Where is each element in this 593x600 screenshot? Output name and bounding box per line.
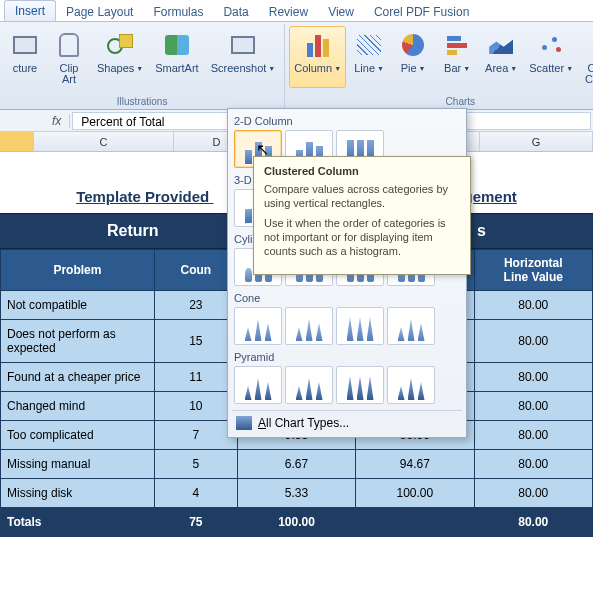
bar-chart-button[interactable]: Bar▼ — [436, 26, 478, 88]
all-chart-types[interactable]: All Chart Types... — [232, 410, 462, 435]
cell-hlv[interactable]: 80.00 — [474, 320, 592, 363]
all-chart-types-label: ll Chart Types... — [266, 416, 349, 430]
totals-row: Totals 75 100.00 80.00 — [1, 508, 593, 537]
ribbon: cture Clip Art Shapes▼ SmartArt Screensh… — [0, 22, 593, 110]
cell-problem[interactable]: Missing manual — [1, 450, 155, 479]
tab-review[interactable]: Review — [259, 2, 318, 21]
smartart-button[interactable]: SmartArt — [150, 26, 203, 88]
clustered-cone[interactable] — [234, 307, 282, 345]
cell-count[interactable]: 7 — [154, 421, 237, 450]
scatter-chart-button[interactable]: Scatter▼ — [524, 26, 578, 88]
table-row[interactable]: Missing manual56.6794.6780.00 — [1, 450, 593, 479]
col-c[interactable]: C — [34, 132, 174, 151]
cell-pct[interactable]: 5.33 — [237, 479, 355, 508]
line-chart-button[interactable]: Line▼ — [348, 26, 390, 88]
row-header-gutter[interactable] — [0, 132, 34, 151]
cone-3d[interactable] — [387, 307, 435, 345]
gallery-section-pyramid: Pyramid — [232, 349, 462, 366]
stacked100-cone[interactable] — [336, 307, 384, 345]
cell-count[interactable]: 23 — [154, 291, 237, 320]
tab-corel-pdf[interactable]: Corel PDF Fusion — [364, 2, 479, 21]
column-chart-button[interactable]: Column▼ — [289, 26, 346, 88]
group-illustrations: cture Clip Art Shapes▼ SmartArt Screensh… — [0, 24, 285, 109]
chevron-down-icon: ▼ — [334, 63, 341, 74]
tooltip-line1: Compare values across categories by usin… — [264, 182, 460, 210]
cell-problem[interactable]: Does not perform as expected — [1, 320, 155, 363]
cell-count[interactable]: 15 — [154, 320, 237, 363]
cell-hlv[interactable]: 80.00 — [474, 450, 592, 479]
tab-insert[interactable]: Insert — [4, 0, 56, 21]
cell-hlv[interactable]: 80.00 — [474, 421, 592, 450]
cell-hlv[interactable]: 80.00 — [474, 363, 592, 392]
pyramid-3d[interactable] — [387, 366, 435, 404]
other-charts-button[interactable]: Other Charts▼ — [580, 26, 593, 88]
cell-hlv[interactable]: 80.00 — [474, 291, 592, 320]
pie-chart-button[interactable]: Pie▼ — [392, 26, 434, 88]
fx-icon[interactable]: fx — [44, 114, 70, 128]
area-chart-icon — [489, 36, 513, 54]
cell-count[interactable]: 5 — [154, 450, 237, 479]
cell-cum[interactable]: 94.67 — [356, 450, 474, 479]
cell-hlv[interactable]: 80.00 — [474, 479, 592, 508]
tab-formulas[interactable]: Formulas — [143, 2, 213, 21]
chevron-down-icon: ▼ — [268, 63, 275, 74]
th-problem: Problem — [1, 250, 155, 291]
cell-count[interactable]: 10 — [154, 392, 237, 421]
table-row[interactable]: Missing disk45.33100.0080.00 — [1, 479, 593, 508]
clipart-icon — [59, 33, 79, 57]
chevron-down-icon: ▼ — [136, 63, 143, 74]
area-chart-button[interactable]: Area▼ — [480, 26, 522, 88]
tooltip-title: Clustered Column — [264, 165, 460, 177]
th-count: Coun — [154, 250, 237, 291]
bar-chart-icon — [447, 36, 467, 55]
shapes-icon — [107, 34, 133, 56]
tab-page-layout[interactable]: Page Layout — [56, 2, 143, 21]
chart-icon — [236, 416, 252, 430]
th-hlv: Horizontal Line Value — [474, 250, 592, 291]
ribbon-tabs: Insert Page Layout Formulas Data Review … — [0, 0, 593, 22]
tab-data[interactable]: Data — [213, 2, 258, 21]
clustered-pyramid[interactable] — [234, 366, 282, 404]
screenshot-icon — [231, 36, 255, 54]
cell-problem[interactable]: Not compatible — [1, 291, 155, 320]
screenshot-button[interactable]: Screenshot▼ — [206, 26, 281, 88]
tab-view[interactable]: View — [318, 2, 364, 21]
shapes-button[interactable]: Shapes▼ — [92, 26, 148, 88]
stacked-pyramid[interactable] — [285, 366, 333, 404]
pie-chart-icon — [402, 34, 424, 56]
col-g[interactable]: G — [480, 132, 593, 151]
smartart-icon — [165, 35, 189, 55]
picture-icon — [13, 36, 37, 54]
cell-count[interactable]: 4 — [154, 479, 237, 508]
gallery-section-2d: 2-D Column — [232, 113, 462, 130]
stacked100-pyramid[interactable] — [336, 366, 384, 404]
cell-hlv[interactable]: 80.00 — [474, 392, 592, 421]
line-chart-icon — [357, 35, 381, 55]
picture-button[interactable]: cture — [4, 26, 46, 88]
cell-count[interactable]: 11 — [154, 363, 237, 392]
tooltip-line2: Use it when the order of categories is n… — [264, 216, 460, 258]
cell-problem[interactable]: Missing disk — [1, 479, 155, 508]
cell-problem[interactable]: Too complicated — [1, 421, 155, 450]
scatter-chart-icon — [540, 35, 562, 55]
cell-pct[interactable]: 6.67 — [237, 450, 355, 479]
tooltip-clustered-column: Clustered Column Compare values across c… — [253, 156, 471, 275]
cell-problem[interactable]: Found at a cheaper price — [1, 363, 155, 392]
cell-problem[interactable]: Changed mind — [1, 392, 155, 421]
stacked-cone[interactable] — [285, 307, 333, 345]
cell-cum[interactable]: 100.00 — [356, 479, 474, 508]
group-charts: Column▼ Line▼ Pie▼ Bar▼ Area▼ Scatter▼ O… — [285, 24, 593, 109]
clipart-button[interactable]: Clip Art — [48, 26, 90, 88]
column-chart-icon — [307, 33, 329, 57]
gallery-section-cone: Cone — [232, 290, 462, 307]
